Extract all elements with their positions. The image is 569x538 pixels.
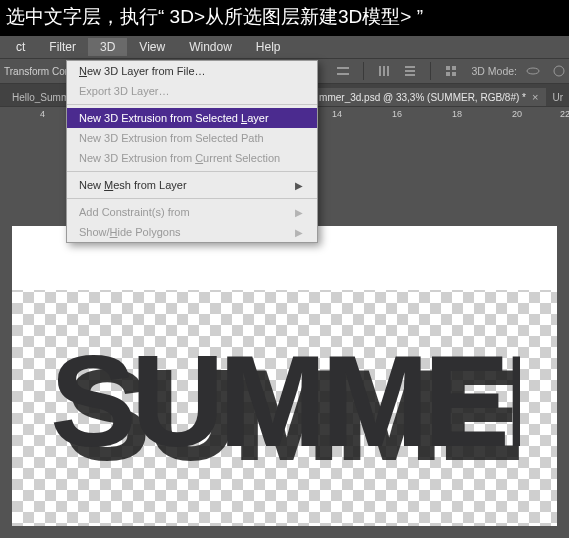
tab-stub[interactable]: Ur [548, 89, 567, 106]
align-icon-3[interactable] [333, 61, 353, 81]
svg-rect-6 [387, 66, 389, 76]
menu-add-constraints: Add Constraint(s) from▶ [67, 202, 317, 222]
orbit-icon[interactable] [523, 61, 543, 81]
submenu-arrow-icon: ▶ [295, 180, 303, 191]
menu-view[interactable]: View [127, 38, 177, 56]
svg-rect-9 [405, 74, 415, 76]
menu-export-3d-layer: Export 3D Layer… [67, 81, 317, 101]
svg-rect-11 [452, 66, 456, 70]
menu-select[interactable]: ct [4, 38, 37, 56]
menu-new-3d-extrusion-from-path: New 3D Extrusion from Selected Path [67, 128, 317, 148]
menu-new-3d-extrusion-from-selection: New 3D Extrusion from Current Selection [67, 148, 317, 168]
svg-rect-10 [446, 66, 450, 70]
svg-text:SUMMER: SUMMER [50, 328, 520, 474]
menu-window[interactable]: Window [177, 38, 244, 56]
menu-new-3d-extrusion-from-layer[interactable]: New 3D Extrusion from Selected Layer [67, 108, 317, 128]
submenu-arrow-icon: ▶ [295, 227, 303, 238]
main-menubar: ct Filter 3D View Window Help [0, 36, 569, 58]
menu-3d[interactable]: 3D [88, 38, 127, 56]
document-canvas[interactable]: SUMMER SUMMER [12, 226, 557, 526]
svg-rect-4 [379, 66, 381, 76]
submenu-arrow-icon: ▶ [295, 207, 303, 218]
menu-show-hide-polygons: Show/Hide Polygons▶ [67, 222, 317, 242]
svg-point-15 [554, 66, 564, 76]
svg-rect-12 [446, 72, 450, 76]
menu-filter[interactable]: Filter [37, 38, 88, 56]
menu-help[interactable]: Help [244, 38, 293, 56]
tab-summer-3d[interactable]: mmer_3d.psd @ 33,3% (SUMMER, RGB/8#) *× [311, 88, 546, 106]
menu-3d-dropdown: New 3D Layer from File… Export 3D Layer…… [66, 60, 318, 243]
svg-rect-5 [383, 66, 385, 76]
tutorial-instruction: 选中文字层，执行“ 3D>从所选图层新建3D模型> ” [0, 0, 569, 36]
close-icon[interactable]: × [532, 91, 538, 103]
menu-new-mesh-from-layer[interactable]: New Mesh from Layer▶ [67, 175, 317, 195]
svg-rect-13 [452, 72, 456, 76]
grid-icon[interactable] [441, 61, 461, 81]
distribute-icon-2[interactable] [400, 61, 420, 81]
distribute-icon-1[interactable] [374, 61, 394, 81]
transform-controls-label: Transform Con [4, 66, 70, 77]
svg-point-14 [527, 68, 539, 74]
sphere-icon[interactable] [549, 61, 569, 81]
svg-rect-8 [405, 70, 415, 72]
svg-rect-2 [337, 67, 349, 69]
svg-rect-7 [405, 66, 415, 68]
summer-3d-text: SUMMER SUMMER [50, 296, 520, 496]
menu-new-3d-layer-from-file[interactable]: New 3D Layer from File… [67, 61, 317, 81]
mode3d-label: 3D Mode: [471, 65, 517, 77]
svg-rect-3 [337, 73, 349, 75]
